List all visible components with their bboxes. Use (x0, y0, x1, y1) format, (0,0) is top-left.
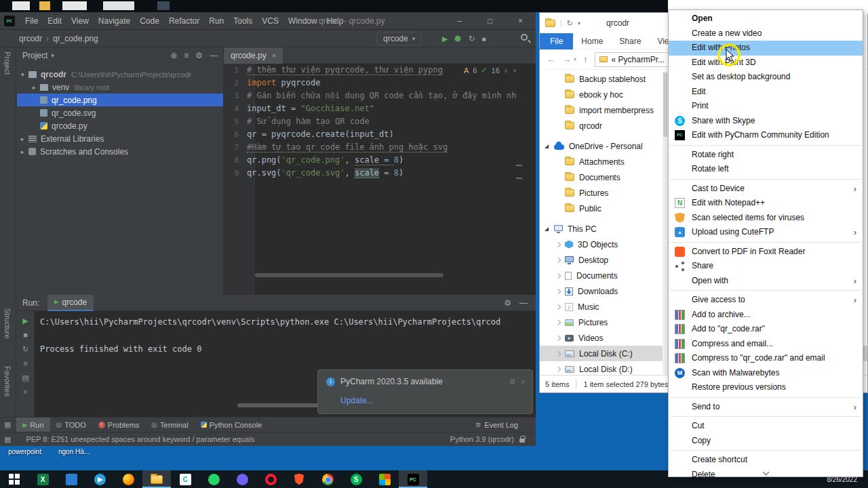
breadcrumb[interactable]: qrcodr›qr_code.png (19, 30, 98, 47)
project-tree-item-qrcode-py[interactable]: qrcode.py (17, 119, 223, 132)
menubar-item-file[interactable]: File (20, 12, 43, 30)
close-icon[interactable]: × (521, 378, 526, 386)
prev-issue-icon[interactable]: ∧ (504, 67, 509, 74)
tree-arrow-icon[interactable] (555, 241, 561, 248)
settings-gear-icon[interactable]: ⚙ (504, 298, 511, 308)
context-menu-item-set-as-desktop-background[interactable]: Set as desktop background (669, 70, 863, 85)
restart-icon[interactable]: ↻ (22, 345, 28, 353)
navigation-pane-scrollbar[interactable] (663, 71, 668, 376)
menubar-item-view[interactable]: View (66, 12, 94, 30)
context-menu-item-send-to[interactable]: Send to› (669, 400, 863, 415)
ribbon-tab-file[interactable]: File (540, 33, 573, 49)
menubar-item-navigate[interactable]: Navigate (94, 12, 135, 30)
options-icon[interactable]: ≡ (23, 359, 27, 367)
filter-icon[interactable]: ≡ (184, 51, 189, 60)
tool-tab-todo[interactable]: ◎TODO (50, 418, 92, 432)
back-icon[interactable]: ← (547, 54, 555, 64)
project-tree-item-external-libraries[interactable]: ▸External Libraries (17, 132, 223, 145)
tool-tab-terminal[interactable]: ◎Terminal (145, 418, 194, 432)
context-menu-item-edit[interactable]: Edit (669, 85, 863, 100)
run-configuration-selector[interactable]: qrcode ▾ (377, 32, 421, 45)
context-menu-item-edit-with-pycharm-community-edition[interactable]: Edit with PyCharm Community Edition (669, 128, 863, 143)
next-issue-icon[interactable]: ∨ (512, 67, 517, 74)
debug-button[interactable] (454, 35, 461, 42)
run-console-output[interactable]: C:\Users\hii\PycharmProjects\qrcodr\venv… (40, 315, 500, 356)
context-menu-item-rotate-left[interactable]: Rotate left (669, 162, 863, 177)
taskbar-opera[interactable] (256, 470, 285, 488)
tool-tab-python-console[interactable]: Python Console (195, 418, 269, 432)
context-menu-item-share[interactable]: Share (669, 259, 863, 274)
code-editor[interactable]: A 6 ✓ 16 ∧ ∨ 1# thêm thư viện pyqrcode, … (224, 64, 536, 295)
tool-tab-event-log[interactable]: ≣ Event Log (470, 418, 524, 432)
taskbar-chrome[interactable] (313, 470, 342, 488)
context-menu-item-print[interactable]: Print (669, 99, 863, 114)
tool-tab-problems[interactable]: Problems (92, 418, 145, 432)
project-panel-header[interactable]: Project ▾ ⊕ ≡ ⚙ ― (17, 47, 223, 64)
taskbar-cyan-app[interactable]: C (171, 470, 199, 488)
refresh-icon[interactable]: ↻ (567, 19, 573, 28)
tree-arrow-icon[interactable] (544, 226, 551, 232)
context-menu-item-open-with[interactable]: Open with› (669, 274, 863, 289)
context-menu-item-rotate-right[interactable]: Rotate right (669, 148, 863, 163)
project-tree-item-scratches-and-consoles[interactable]: ▸Scratches and Consoles (17, 145, 223, 158)
stripe-toggle-icon[interactable]: ▦ (4, 435, 11, 444)
taskbar-firefox[interactable] (114, 470, 142, 488)
ribbon-tab-share[interactable]: Share (611, 33, 649, 49)
stop-icon[interactable]: ■ (23, 331, 28, 339)
tree-arrow-icon[interactable] (555, 350, 561, 357)
update-link[interactable]: Update... (340, 396, 374, 405)
context-menu-item-create-a-new-video[interactable]: Create a new video (669, 26, 863, 41)
tool-stripe-structure[interactable]: Structure (3, 308, 12, 339)
context-menu-item-scan-selected-items-for-viruses[interactable]: Scan selected items for viruses (669, 211, 863, 226)
project-tree-item-qrcodr[interactable]: ▾qrcodrC:\Users\hii\PycharmProjects\qrco… (17, 68, 223, 81)
context-menu-item-add-to-qr-code-rar[interactable]: Add to "qr_code.rar" (669, 322, 863, 337)
stop-button[interactable]: ■ (482, 35, 486, 43)
tree-arrow-icon[interactable] (555, 319, 561, 326)
settings-gear-icon[interactable]: ⚙ (509, 378, 516, 386)
breadcrumb-project[interactable]: qrcodr (19, 34, 42, 43)
context-menu-item-edit-with-notepad[interactable]: Edit with Notepad++ (669, 196, 863, 211)
chevron-down-icon[interactable]: ▾ (578, 20, 580, 26)
project-tree-item-venv[interactable]: ▸venvlibrary root (17, 81, 223, 94)
taskbar-explorer[interactable] (142, 470, 171, 488)
taskbar-pycharm[interactable]: PC (399, 470, 427, 488)
context-menu-item-edit-with-paint-3d[interactable]: Edit with Paint 3D (669, 56, 863, 70)
taskbar-start[interactable] (0, 470, 28, 488)
breadcrumb-file[interactable]: qr_code.png (53, 34, 98, 43)
menubar-item-tools[interactable]: Tools (229, 12, 257, 30)
context-menu-item-copy[interactable]: Copy (669, 434, 863, 449)
editor-horizontal-scrollbar[interactable] (255, 273, 443, 277)
tree-arrow-icon[interactable] (555, 366, 561, 373)
python-interpreter[interactable]: Python 3.9 (qrcodr) (450, 435, 514, 443)
search-everywhere-icon[interactable] (521, 34, 528, 41)
scrollbar-thumb[interactable] (663, 73, 667, 137)
context-menu-item-cast-to-device[interactable]: Cast to Device› (669, 182, 863, 197)
run-tab-qrcode[interactable]: ▶ qrcode (47, 295, 94, 311)
chevron-down-icon[interactable]: ▾ (574, 56, 576, 62)
context-menu-item-convert-to-pdf-in-foxit-reader[interactable]: Convert to PDF in Foxit Reader (669, 245, 863, 260)
taskbar-purple-app[interactable] (228, 470, 256, 488)
clear-icon[interactable]: × (23, 388, 27, 396)
context-menu-item-upload-using-cuteftp[interactable]: Upload using CuteFTP› (669, 225, 863, 240)
tree-arrow-icon[interactable] (555, 257, 561, 264)
menubar-item-run[interactable]: Run (204, 12, 229, 30)
editor-tab-qrcode-py[interactable]: qrcode.py × (224, 47, 283, 64)
menubar-item-edit[interactable]: Edit (43, 12, 66, 30)
taskbar-ms-colors[interactable] (370, 470, 399, 488)
coverage-button[interactable]: ↻ (468, 34, 475, 43)
run-button[interactable]: ▶ (442, 35, 448, 43)
context-menu-item-compress-and-email[interactable]: Compress and email... (669, 337, 863, 352)
inspections-widget[interactable]: A 6 ✓ 16 ∧ ∨ (464, 66, 517, 75)
hide-panel-icon[interactable]: ― (210, 51, 218, 60)
tree-arrow-icon[interactable] (555, 304, 561, 310)
desktop-icon-label[interactable]: ngon Hà... (58, 448, 90, 455)
forward-icon[interactable]: → (562, 54, 571, 64)
tree-arrow-icon[interactable] (555, 335, 561, 342)
softwrap-icon[interactable]: ▤ (22, 373, 28, 382)
taskbar-blue-app[interactable] (57, 470, 85, 488)
context-menu-item-cut[interactable]: Cut (669, 419, 863, 434)
menubar-item-code[interactable]: Code (135, 12, 164, 30)
taskbar-excel[interactable]: X (28, 470, 57, 488)
close-button[interactable]: × (505, 12, 536, 30)
context-menu-item-edit-with-photos[interactable]: Edit with Photos (669, 41, 863, 56)
